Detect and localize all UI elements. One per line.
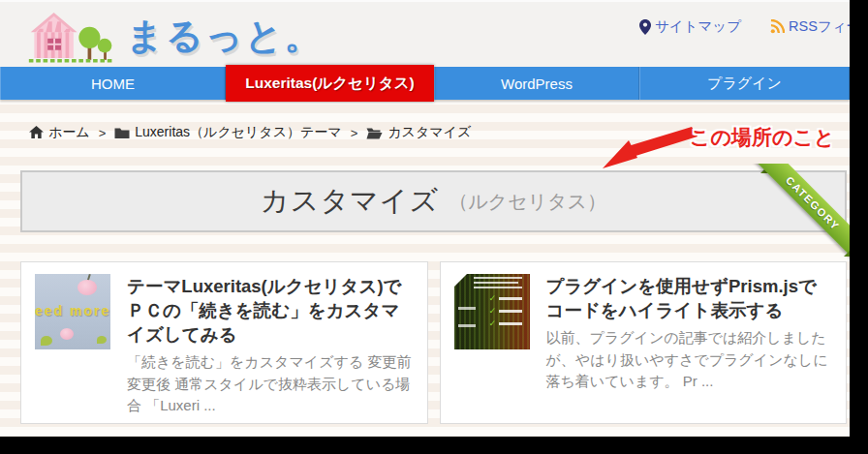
breadcrumb-customize-label: カスタマイズ (388, 124, 471, 141)
site-logo[interactable]: まるっと。 (27, 8, 324, 64)
nav-item-home[interactable]: HOME (0, 67, 226, 100)
breadcrumb-separator: > (351, 126, 358, 140)
nav-item-wordpress[interactable]: WordPress (434, 67, 639, 100)
flower-decoration (60, 328, 74, 340)
annotation-arrow-icon (599, 124, 699, 172)
article-list: eed more テーマLuxeritas(ルクセリタス)でＰＣの「続きを読む」… (20, 261, 847, 424)
article-excerpt: 「続きを読む」をカスタマイズする 変更前 変更後 通常スタイルで抜粋表示している… (127, 351, 414, 417)
article-card[interactable]: eed more テーマLuxeritas(ルクセリタス)でＰＣの「続きを読む」… (20, 261, 428, 424)
nav-item-luxeritas[interactable]: Luxeritas(ルクセリタス) (226, 65, 434, 102)
breadcrumb-luxeritas-label: Luxeritas（ルクセリタス）テーマ (135, 124, 341, 141)
main-nav: HOME Luxeritas(ルクセリタス) WordPress プラグイン (0, 67, 850, 100)
thumbnail-text-line (474, 277, 522, 279)
map-pin-icon (639, 19, 651, 35)
thumbnail-text-line (474, 287, 522, 288)
site-header: まるっと。 サイトマップ RSSフィード (0, 0, 850, 67)
breadcrumb-customize: カスタマイズ (366, 124, 471, 141)
article-title-link[interactable]: プラグインを使用せずPrism.jsでコードをハイライト表示する (546, 274, 833, 322)
article-thumbnail[interactable]: ✓ ✓ ✓ (454, 274, 530, 349)
article-thumbnail[interactable]: eed more (35, 274, 110, 349)
site-title[interactable]: まるっと。 (126, 9, 324, 63)
folder-icon (114, 127, 130, 139)
rss-icon (770, 19, 785, 34)
breadcrumb-home-label: ホーム (48, 124, 90, 141)
breadcrumb-separator: > (99, 126, 107, 140)
thumbnail-text-line (458, 324, 476, 327)
category-ribbon: CATEGORY (745, 164, 850, 272)
category-subtitle: （ルクセリタス） (449, 189, 606, 215)
breadcrumb-luxeritas-theme[interactable]: Luxeritas（ルクセリタス）テーマ (114, 124, 341, 141)
thumbnail-caption: eed more (35, 303, 110, 318)
browser-page: まるっと。 サイトマップ RSSフィード HOME Luxeri (0, 0, 850, 437)
leaf-decoration (41, 336, 52, 346)
thumbnail-text-line (458, 307, 476, 310)
breadcrumb-home[interactable]: ホーム (29, 124, 90, 141)
article-excerpt: 以前、プラグインの記事では紹介しましたが、やはり扱いやすさでプラグインなしに落ち… (546, 327, 833, 393)
home-icon (29, 126, 44, 139)
category-title: カスタマイズ (261, 182, 439, 221)
house-logo-icon (27, 8, 116, 64)
leaf-decoration (97, 336, 107, 344)
nav-item-plugin[interactable]: プラグイン (639, 67, 850, 100)
folder-open-icon (366, 127, 383, 139)
category-header-box: カスタマイズ （ルクセリタス） CATEGORY (20, 170, 847, 232)
thumbnail-text-line (474, 282, 518, 284)
checkmark-row: ✓ (489, 308, 526, 314)
article-card[interactable]: ✓ ✓ ✓ プラグインを使用せずPrism.jsでコードをハイライト表示する 以… (440, 261, 848, 424)
flower-decoration (78, 280, 97, 295)
sitemap-link-label: サイトマップ (655, 17, 741, 36)
rss-feed-link[interactable]: RSSフィード (770, 17, 850, 36)
checkmark-row: ✓ (489, 320, 526, 326)
article-title-link[interactable]: テーマLuxeritas(ルクセリタス)でＰＣの「続きを読む」をカスタマイズして… (127, 274, 414, 347)
rss-link-label: RSSフィード (789, 17, 850, 36)
header-utility-links: サイトマップ RSSフィード (639, 17, 850, 36)
checkmark-row: ✓ (489, 295, 526, 301)
annotation-text: この場所のこと (690, 124, 834, 151)
sitemap-link[interactable]: サイトマップ (639, 17, 741, 36)
category-ribbon-label: CATEGORY (751, 164, 850, 265)
